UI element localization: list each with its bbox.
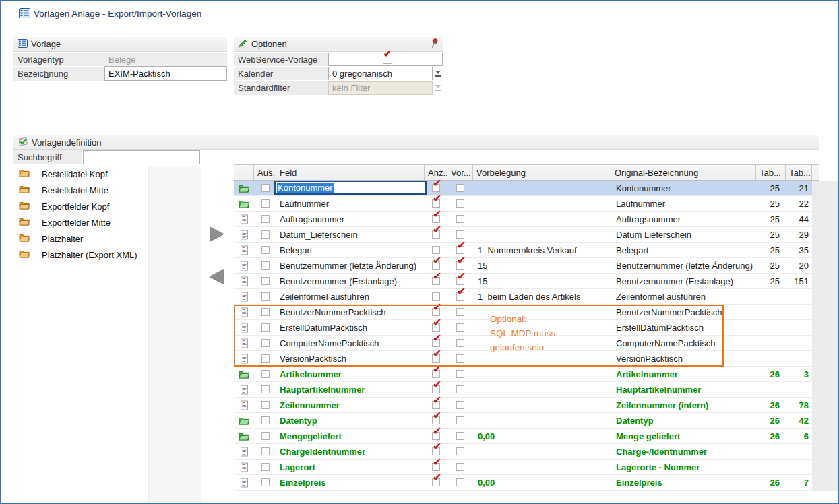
vor-checkbox[interactable] bbox=[456, 215, 464, 223]
table-row[interactable]: Datum_Lieferschein✔Datum Lieferschein252… bbox=[234, 227, 812, 243]
vorbelegung-cell[interactable] bbox=[473, 444, 611, 459]
aus-checkbox[interactable] bbox=[261, 385, 270, 393]
table-row[interactable]: Lagerort✔Lagerorte - Nummer bbox=[234, 460, 812, 475]
header-icon-col[interactable] bbox=[234, 165, 254, 180]
feld-cell[interactable]: Mengegeliefert bbox=[276, 429, 425, 443]
anz-checkbox[interactable]: ✔ bbox=[432, 261, 440, 270]
feld-cell[interactable]: Chargeldentnummer bbox=[276, 444, 425, 459]
feld-cell[interactable]: Auftragsnummer bbox=[276, 212, 425, 226]
feld-cell[interactable]: Laufnummer bbox=[276, 196, 425, 211]
anz-checkbox[interactable]: ✔ bbox=[432, 199, 440, 208]
feld-cell[interactable]: Datum_Lieferschein bbox=[276, 227, 425, 242]
vorbelegung-cell[interactable]: 0,00 bbox=[473, 429, 611, 443]
feld-cell[interactable]: Kontonummer bbox=[276, 181, 425, 195]
vorbelegung-cell[interactable]: 0,00 bbox=[473, 475, 611, 490]
aus-checkbox[interactable] bbox=[261, 292, 270, 301]
vor-checkbox[interactable] bbox=[456, 416, 464, 424]
anz-checkbox[interactable]: ✔ bbox=[432, 432, 440, 440]
aus-checkbox[interactable] bbox=[261, 401, 270, 409]
move-left-arrow-button[interactable] bbox=[210, 269, 224, 284]
vorbelegung-cell[interactable]: 15 bbox=[473, 274, 611, 288]
table-row[interactable]: Einzelpreis✔0,00Einzelpreis267 bbox=[234, 475, 812, 491]
feld-edit-input[interactable]: Kontonummer bbox=[274, 181, 427, 195]
vorbelegung-cell[interactable]: 1 beim Laden des Artikels bbox=[473, 289, 611, 304]
vorbelegung-cell[interactable] bbox=[473, 367, 611, 381]
aus-checkbox[interactable] bbox=[261, 308, 270, 316]
header-aus[interactable]: Aus... bbox=[254, 165, 276, 180]
aus-checkbox[interactable] bbox=[261, 277, 270, 285]
anz-checkbox[interactable]: ✔ bbox=[432, 478, 440, 486]
anz-checkbox[interactable]: ✔ bbox=[432, 339, 440, 347]
aus-checkbox[interactable] bbox=[261, 199, 270, 208]
aus-checkbox[interactable] bbox=[261, 463, 270, 471]
vor-checkbox[interactable] bbox=[456, 354, 464, 363]
aus-checkbox[interactable] bbox=[261, 230, 270, 239]
table-row[interactable]: Kontonummer✔Kontonummer2521 bbox=[234, 181, 812, 196]
anz-checkbox[interactable]: ✔ bbox=[432, 215, 440, 223]
anz-checkbox[interactable] bbox=[432, 246, 440, 254]
vor-checkbox[interactable]: ✔ bbox=[456, 277, 464, 285]
anz-checkbox[interactable]: ✔ bbox=[432, 323, 440, 332]
vor-checkbox[interactable] bbox=[456, 184, 464, 192]
feld-cell[interactable]: Benutzernummer (Erstanlage) bbox=[276, 274, 425, 288]
vorbelegung-cell[interactable] bbox=[473, 227, 611, 242]
table-row[interactable]: VersionPacktisch✔VersionPacktisch bbox=[234, 351, 812, 367]
feld-cell[interactable]: Hauptartikelnummer bbox=[276, 382, 425, 397]
feld-cell[interactable]: Lagerort bbox=[276, 460, 425, 474]
vorbelegung-cell[interactable] bbox=[473, 398, 611, 412]
header-tab1[interactable]: Tab... bbox=[756, 165, 786, 180]
vorbelegung-cell[interactable] bbox=[473, 320, 611, 335]
webservice-checkbox[interactable]: ✔ bbox=[383, 55, 392, 64]
header-vorbelegung[interactable]: Vorbelegung bbox=[473, 165, 611, 180]
feld-cell[interactable]: Zeilennummer bbox=[276, 398, 425, 412]
vor-checkbox[interactable] bbox=[456, 478, 464, 486]
vor-checkbox[interactable]: ✔ bbox=[456, 292, 464, 301]
aus-checkbox[interactable] bbox=[261, 246, 270, 254]
aus-checkbox[interactable] bbox=[261, 432, 270, 440]
anz-checkbox[interactable]: ✔ bbox=[432, 184, 440, 192]
vorbelegung-cell[interactable] bbox=[473, 196, 611, 211]
anz-checkbox[interactable]: ✔ bbox=[432, 463, 440, 471]
vor-checkbox[interactable] bbox=[456, 370, 464, 378]
table-row[interactable]: Zeilenformel ausführen✔1 beim Laden des … bbox=[234, 289, 812, 305]
vor-checkbox[interactable] bbox=[456, 308, 464, 316]
anz-checkbox[interactable]: ✔ bbox=[432, 308, 440, 316]
feld-cell[interactable]: ComputerNamePacktisch bbox=[276, 336, 425, 350]
bezeichnung-input[interactable] bbox=[104, 66, 227, 81]
table-row[interactable]: Artikelnummer✔Artikelnummer263 bbox=[234, 367, 812, 382]
vor-checkbox[interactable]: ✔ bbox=[456, 261, 464, 270]
vorbelegung-cell[interactable]: 15 bbox=[473, 258, 611, 273]
vor-checkbox[interactable] bbox=[456, 230, 464, 239]
anz-checkbox[interactable]: ✔ bbox=[432, 354, 440, 363]
folder-list-item[interactable]: Exportfelder Mitte bbox=[13, 214, 148, 231]
table-row[interactable]: BenutzerNummerPacktisch✔BenutzerNummerPa… bbox=[234, 305, 812, 320]
table-row[interactable]: Benutzernummer (letzte Änderung)✔✔15Benu… bbox=[234, 258, 812, 274]
folder-list-item[interactable]: Exportfelder Kopf bbox=[13, 198, 148, 215]
table-row[interactable]: Benutzernummer (Erstanlage)✔✔15Benutzern… bbox=[234, 274, 812, 289]
feld-cell[interactable]: VersionPacktisch bbox=[276, 351, 425, 366]
anz-checkbox[interactable]: ✔ bbox=[432, 401, 440, 409]
vorbelegung-cell[interactable] bbox=[473, 351, 611, 366]
table-row[interactable]: Laufnummer✔Laufnummer2522 bbox=[234, 196, 812, 212]
table-row[interactable]: ErstellDatumPacktisch✔ErstellDatumPackti… bbox=[234, 320, 812, 336]
suchbegriff-input[interactable] bbox=[83, 150, 200, 164]
vorbelegung-cell[interactable] bbox=[473, 181, 611, 195]
vor-checkbox[interactable] bbox=[456, 432, 464, 440]
anz-checkbox[interactable]: ✔ bbox=[432, 416, 440, 424]
vor-checkbox[interactable] bbox=[456, 463, 464, 471]
aus-checkbox[interactable] bbox=[261, 370, 270, 378]
aus-checkbox[interactable] bbox=[261, 478, 270, 486]
aus-checkbox[interactable] bbox=[261, 339, 270, 347]
move-right-arrow-button[interactable] bbox=[210, 226, 224, 241]
vorbelegung-cell[interactable]: 1 Nummernkreis Verkauf bbox=[473, 243, 611, 257]
anz-checkbox[interactable]: ✔ bbox=[432, 447, 440, 455]
kalender-combobox[interactable]: 0 gregorianisch bbox=[328, 67, 433, 80]
feld-cell[interactable]: Zeilenformel ausführen bbox=[276, 289, 425, 304]
table-row[interactable]: Auftragsnummer✔Auftragsnummer2544 bbox=[234, 212, 812, 227]
vorbelegung-cell[interactable] bbox=[473, 212, 611, 226]
header-tab2[interactable]: Tab... bbox=[786, 165, 812, 180]
vor-checkbox[interactable] bbox=[456, 385, 464, 393]
anz-checkbox[interactable]: ✔ bbox=[432, 277, 440, 285]
kalender-dropdown-button[interactable] bbox=[433, 67, 443, 80]
vor-checkbox[interactable] bbox=[456, 401, 464, 409]
